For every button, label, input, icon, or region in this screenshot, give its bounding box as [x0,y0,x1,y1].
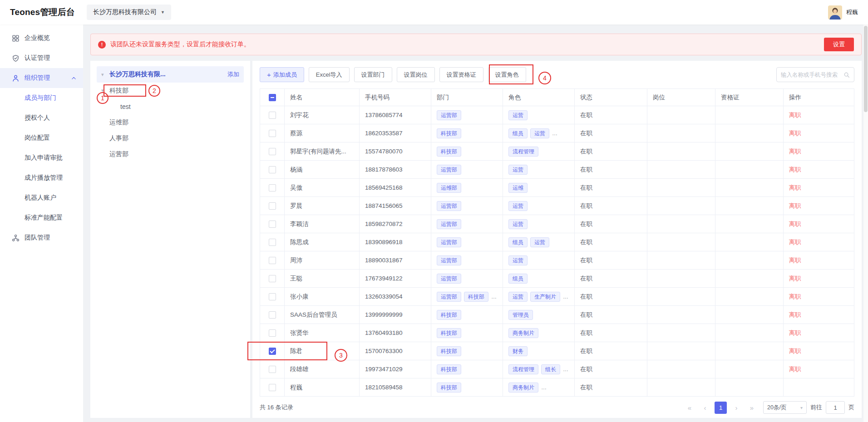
page-size-select[interactable]: 20条/页 ▾ [763,401,807,414]
row-checkbox[interactable] [269,221,276,228]
chevron-up-icon [71,75,77,81]
resign-link[interactable]: 离职 [789,275,801,283]
tag: 商务制片 [508,383,538,393]
select-all-checkbox[interactable] [269,94,276,101]
row-checkbox[interactable] [269,348,276,355]
member-table-panel: +添加成员Excel导入设置部门设置岗位设置资格证设置角色 姓名手机号码部门角色… [252,61,862,418]
resign-link[interactable]: 离职 [789,166,801,174]
resign-link[interactable]: 离职 [789,238,801,246]
member-actions: 离职 [784,106,854,124]
goto-page-input[interactable] [826,401,845,414]
resign-link[interactable]: 离职 [789,111,801,119]
member-departments: 运营部 [431,106,503,124]
tree-node-department[interactable]: 运维部 [97,114,244,130]
scrollbar-thumb[interactable] [864,26,868,112]
table-row: 张小康13260339054运营部科技部…运营生产制片…在职离职 [260,288,854,306]
tag: 组员 [508,128,528,138]
resign-link[interactable]: 离职 [789,220,801,228]
resign-link[interactable]: 离职 [789,329,801,337]
search-input[interactable] [781,72,841,78]
next-page-button[interactable]: › [730,402,742,413]
row-checkbox[interactable] [269,311,276,319]
member-status: 在职 [575,270,647,287]
row-checkbox[interactable] [269,148,276,155]
user-avatar[interactable] [828,5,842,20]
member-roles: 运营 [503,251,575,269]
sidebar-subitem[interactable]: 机器人账户 [0,188,83,208]
sidebar-subitem[interactable]: 岗位配置 [0,128,83,148]
tag: 运营部 [437,165,461,175]
member-phone: 13999999999 [360,306,431,324]
member-name: 程巍 [285,378,360,396]
last-page-button[interactable]: » [746,402,758,413]
department-tree-panel: ▾ 长沙万思科技有限... 添加 ▾科技部test运维部人事部运营部 [90,61,250,418]
goto-label: 前往 [810,403,822,412]
current-page-button[interactable]: 1 [715,402,727,414]
resign-link[interactable]: 离职 [789,256,801,265]
first-page-button[interactable]: « [684,402,695,413]
resign-link[interactable]: 离职 [789,347,801,355]
row-checkbox[interactable] [269,366,276,373]
set-department-button[interactable]: 设置部门 [354,67,392,82]
tag: 科技部 [437,310,461,320]
row-checkbox[interactable] [269,112,276,119]
resign-link[interactable]: 离职 [789,147,801,156]
row-checkbox[interactable] [269,166,276,173]
column-header: 手机号码 [360,89,431,106]
resign-link[interactable]: 离职 [789,293,801,301]
tree-node-department[interactable]: 运营部 [97,146,244,162]
row-checkbox[interactable] [269,130,276,137]
row-checkbox[interactable] [269,293,276,300]
resign-link[interactable]: 离职 [789,311,801,319]
set-position-button[interactable]: 设置岗位 [397,67,435,82]
tree-node-department[interactable]: test [97,98,244,114]
set-role-button[interactable]: 设置角色 [488,67,526,82]
row-checkbox[interactable] [269,384,276,391]
search-box[interactable] [776,67,854,82]
prev-page-button[interactable]: ‹ [699,402,711,413]
set-certificate-button[interactable]: 设置资格证 [439,67,483,82]
tag: 组长 [541,364,560,374]
tree-root-node[interactable]: ▾ 长沙万思科技有限... 添加 [97,66,244,83]
add-member-button[interactable]: +添加成员 [260,67,304,82]
table-row: 陈思成18390896918运营部组员运营在职离职 [260,233,854,251]
sidebar-item[interactable]: 组织管理 [0,68,83,88]
member-roles: 商务制片… [503,378,575,396]
row-checkbox[interactable] [269,275,276,282]
row-checkbox[interactable] [269,239,276,246]
resign-link[interactable]: 离职 [789,129,801,137]
row-checkbox[interactable] [269,202,276,210]
row-checkbox[interactable] [269,257,276,264]
company-selector[interactable]: 长沙万思科技有限公司 ▼ [87,5,171,20]
tree-node-department[interactable]: 人事部 [97,130,244,146]
member-roles: 运维 [503,179,575,196]
member-roles: 财务 [503,342,575,360]
member-certificate [715,161,784,178]
member-roles: 运营 [503,197,575,215]
row-checkbox[interactable] [269,329,276,337]
tree-node-label: 运维部 [109,118,128,127]
add-department-link[interactable]: 添加 [227,70,239,79]
sidebar-item[interactable]: 认证管理 [0,48,83,68]
alert-settings-button[interactable]: 设置 [824,38,854,51]
sidebar-subitem[interactable]: 授权个人 [0,108,83,128]
tag: 科技部 [437,147,461,157]
sidebar-subitem[interactable]: 成片播放管理 [0,168,83,188]
sidebar-subitem[interactable]: 标准产能配置 [0,208,83,228]
button-label: 添加成员 [273,71,297,79]
tree-node-department[interactable]: ▾科技部 [97,83,244,98]
sidebar-item[interactable]: 企业概览 [0,28,83,48]
scrollbar[interactable] [863,25,868,422]
resign-link[interactable]: 离职 [789,202,801,210]
tag: 商务制片 [508,328,538,338]
tag: 科技部 [437,364,461,374]
resign-link[interactable]: 离职 [789,184,801,192]
sidebar-subitem[interactable]: 成员与部门 [0,88,83,108]
sidebar-subitem[interactable]: 加入申请审批 [0,148,83,168]
sidebar-item[interactable]: 团队管理 [0,228,83,248]
resign-link[interactable]: 离职 [789,365,801,373]
column-header: 岗位 [647,89,715,106]
excel-import-button[interactable]: Excel导入 [309,67,350,82]
row-checkbox[interactable] [269,184,276,191]
table-row: 李颖洁18598270872运营部运营在职离职 [260,215,854,233]
